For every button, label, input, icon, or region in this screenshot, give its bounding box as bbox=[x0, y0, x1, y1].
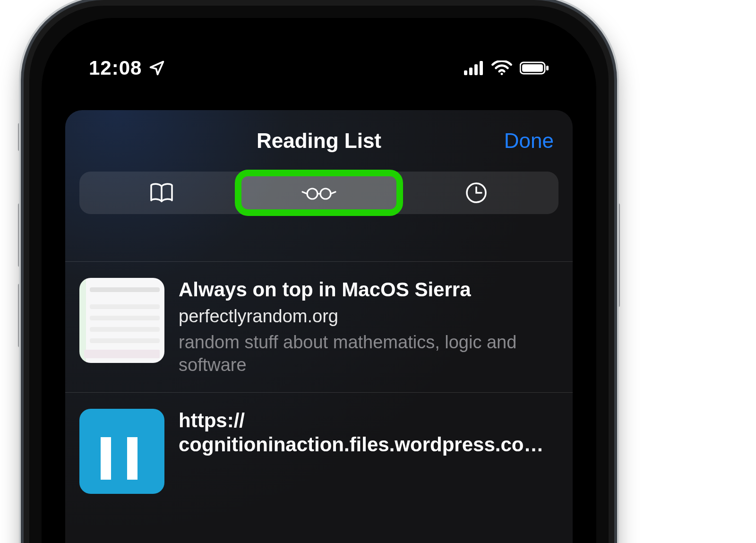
status-bar: 12:08 bbox=[42, 54, 596, 82]
svg-rect-0 bbox=[464, 70, 467, 75]
status-time: 12:08 bbox=[89, 57, 142, 79]
glasses-icon bbox=[300, 183, 338, 202]
location-arrow-icon bbox=[148, 60, 165, 77]
svg-rect-3 bbox=[480, 61, 483, 75]
volume-up-button[interactable] bbox=[18, 203, 23, 267]
svg-rect-2 bbox=[474, 64, 478, 75]
done-button[interactable]: Done bbox=[504, 129, 554, 153]
battery-icon bbox=[520, 61, 549, 75]
item-thumbnail bbox=[79, 278, 164, 363]
svg-point-8 bbox=[307, 189, 318, 199]
book-icon bbox=[148, 181, 175, 204]
tab-bookmarks[interactable] bbox=[83, 175, 241, 210]
wifi-icon bbox=[491, 60, 512, 76]
screen: 12:08 bbox=[42, 18, 596, 543]
svg-rect-7 bbox=[546, 66, 549, 70]
tab-reading-list[interactable] bbox=[241, 175, 398, 210]
volume-down-button[interactable] bbox=[18, 284, 23, 347]
cellular-signal-icon bbox=[464, 61, 484, 75]
item-source: perfectlyrandom.org bbox=[179, 306, 558, 327]
svg-rect-6 bbox=[522, 64, 543, 72]
power-button[interactable] bbox=[615, 203, 620, 307]
segmented-control bbox=[79, 172, 558, 214]
reading-list: Always on top in MacOS Sierra perfectlyr… bbox=[65, 252, 573, 543]
item-description: random stuff about mathematics, logic an… bbox=[179, 331, 558, 376]
svg-point-9 bbox=[320, 189, 331, 199]
svg-rect-1 bbox=[469, 68, 472, 75]
bookmarks-sheet: Reading List Done bbox=[65, 110, 573, 543]
sheet-title: Reading List bbox=[257, 129, 381, 153]
list-item[interactable]: https:// cognitioninaction.files.wordpre… bbox=[65, 392, 573, 510]
sheet-header: Reading List Done bbox=[65, 110, 573, 172]
item-title: https:// cognitioninaction.files.wordpre… bbox=[179, 409, 558, 457]
svg-point-4 bbox=[501, 73, 503, 75]
item-thumbnail bbox=[79, 409, 164, 494]
silence-switch[interactable] bbox=[18, 123, 23, 151]
tab-history[interactable] bbox=[397, 175, 555, 210]
phone-frame: 12:08 bbox=[24, 0, 614, 543]
clock-icon bbox=[464, 181, 488, 205]
list-item[interactable]: Always on top in MacOS Sierra perfectlyr… bbox=[65, 261, 573, 392]
item-title: Always on top in MacOS Sierra bbox=[179, 278, 558, 302]
